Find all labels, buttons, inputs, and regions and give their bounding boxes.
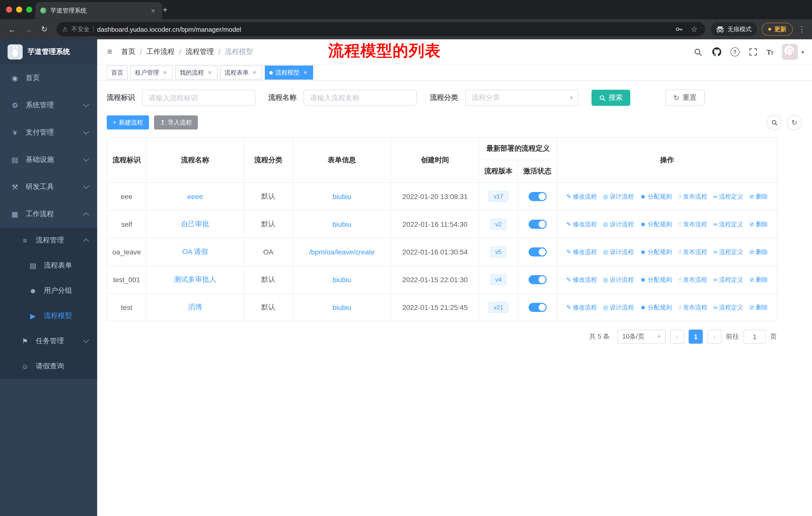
publish-process-link[interactable]: ☝发布流程	[678, 276, 707, 284]
prev-page-button[interactable]: ‹	[670, 330, 684, 344]
form-info-link[interactable]: biubiu	[332, 303, 351, 311]
tag-close-icon[interactable]: ×	[206, 69, 213, 76]
next-page-button[interactable]: ›	[707, 330, 721, 344]
sidebar-item-infrastructure[interactable]: ▤ 基础设施	[0, 146, 97, 173]
form-info-link[interactable]: /bpm/oa/leave/create	[309, 248, 375, 256]
tag-close-icon[interactable]: ×	[162, 69, 168, 76]
assign-rule-link[interactable]: ☻分配规则	[640, 248, 672, 256]
edit-process-link[interactable]: ✎修改流程	[566, 192, 597, 201]
process-name-link[interactable]: 测试多审批人	[174, 275, 216, 283]
create-process-button[interactable]: + 新建流程	[107, 115, 149, 130]
search-icon[interactable]	[693, 47, 703, 57]
tag-close-icon[interactable]: ×	[251, 69, 258, 76]
process-definition-link[interactable]: ∞流程定义	[713, 276, 743, 284]
edit-process-link[interactable]: ✎修改流程	[566, 276, 597, 284]
tag-close-icon[interactable]: ×	[302, 69, 309, 76]
process-name-link[interactable]: 自己审批	[181, 220, 209, 228]
reload-icon[interactable]: ↻	[37, 22, 51, 36]
process-name-link[interactable]: 滔博	[188, 303, 202, 311]
form-info-link[interactable]: biubiu	[332, 220, 351, 228]
password-key-icon[interactable]	[674, 24, 684, 34]
active-toggle[interactable]	[528, 247, 547, 256]
sidebar-item-devtools[interactable]: ⚒ 研发工具	[0, 173, 97, 200]
design-process-link[interactable]: ◎设计流程	[603, 248, 634, 256]
sidebar-item-process-model[interactable]: ▶ 流程模型	[0, 303, 97, 329]
close-window-button[interactable]	[6, 6, 12, 12]
process-key-input[interactable]	[142, 90, 255, 106]
goto-page-input[interactable]	[744, 330, 766, 344]
delete-link[interactable]: ⊘删除	[749, 220, 768, 229]
sidebar-item-task-management[interactable]: ⚑ 任务管理	[0, 329, 97, 354]
breadcrumb-item[interactable]: 工作流程	[146, 47, 175, 56]
breadcrumb-item[interactable]: 流程管理	[185, 47, 214, 56]
maximize-window-button[interactable]	[26, 6, 32, 12]
new-tab-button[interactable]: +	[159, 4, 171, 16]
delete-link[interactable]: ⊘删除	[749, 303, 768, 312]
process-name-link[interactable]: eeee	[187, 192, 203, 200]
process-name-link[interactable]: OA 请假	[182, 247, 208, 255]
browser-update-button[interactable]: 更新	[762, 23, 793, 36]
forward-icon[interactable]: →	[21, 22, 35, 36]
import-process-button[interactable]: ↥ 导入流程	[154, 115, 198, 130]
tag-home[interactable]: 首页	[107, 65, 128, 80]
active-toggle[interactable]	[528, 275, 547, 284]
edit-process-link[interactable]: ✎修改流程	[566, 220, 597, 229]
address-bar[interactable]: ⚠ 不安全 dashboard.yudao.iocoder.cn/bpm/man…	[56, 22, 705, 36]
reset-button[interactable]: ↻ 重置	[666, 90, 704, 106]
tag-my-process[interactable]: 我的流程 ×	[175, 65, 218, 80]
fullscreen-icon[interactable]	[748, 47, 758, 57]
tag-tenant[interactable]: 租户管理 ×	[130, 65, 173, 80]
process-category-select[interactable]: 流程分类 ▾	[465, 90, 578, 106]
browser-menu-icon[interactable]: ⋮	[797, 25, 807, 34]
design-process-link[interactable]: ◎设计流程	[603, 192, 634, 201]
toggle-search-button[interactable]	[767, 115, 782, 130]
design-process-link[interactable]: ◎设计流程	[603, 303, 634, 312]
font-size-icon[interactable]: TT	[766, 48, 773, 56]
breadcrumb-item[interactable]: 首页	[121, 47, 136, 56]
avatar[interactable]	[782, 44, 798, 60]
form-info-link[interactable]: biubiu	[332, 192, 351, 200]
process-definition-link[interactable]: ∞流程定义	[713, 248, 743, 256]
sidebar-item-home[interactable]: ◉ 首页	[0, 64, 97, 92]
design-process-link[interactable]: ◎设计流程	[603, 276, 634, 284]
minimize-window-button[interactable]	[16, 6, 22, 12]
active-toggle[interactable]	[528, 303, 547, 312]
url-text[interactable]: dashboard.yudao.iocoder.cn/bpm/manager/m…	[97, 25, 671, 33]
bookmark-star-icon[interactable]: ☆	[689, 24, 699, 34]
design-process-link[interactable]: ◎设计流程	[603, 220, 634, 229]
process-name-input[interactable]	[303, 90, 417, 106]
assign-rule-link[interactable]: ☻分配规则	[640, 220, 672, 229]
page-size-select[interactable]: 10条/页 ▾	[617, 330, 666, 344]
publish-process-link[interactable]: ☝发布流程	[678, 192, 707, 201]
publish-process-link[interactable]: ☝发布流程	[678, 303, 707, 312]
assign-rule-link[interactable]: ☻分配规则	[640, 303, 672, 312]
refresh-table-button[interactable]: ↻	[787, 115, 802, 130]
delete-link[interactable]: ⊘删除	[749, 276, 768, 284]
form-info-link[interactable]: biubiu	[332, 276, 351, 284]
sidebar-item-user-group[interactable]: ☻ 用户分组	[0, 278, 97, 303]
browser-tab[interactable]: 芋道管理系统 ×	[35, 2, 162, 19]
back-icon[interactable]: ←	[5, 22, 19, 36]
publish-process-link[interactable]: ☝发布流程	[678, 220, 707, 229]
publish-process-link[interactable]: ☝发布流程	[678, 248, 707, 256]
avatar-caret-icon[interactable]: ▾	[802, 49, 804, 55]
tab-close-icon[interactable]: ×	[149, 6, 157, 15]
github-icon[interactable]	[712, 47, 722, 57]
edit-process-link[interactable]: ✎修改流程	[566, 303, 597, 312]
assign-rule-link[interactable]: ☻分配规则	[640, 192, 672, 201]
process-definition-link[interactable]: ∞流程定义	[713, 192, 743, 201]
assign-rule-link[interactable]: ☻分配规则	[640, 276, 672, 284]
tag-process-form[interactable]: 流程表单 ×	[220, 65, 262, 80]
delete-link[interactable]: ⊘删除	[749, 248, 768, 256]
sidebar-item-process-management[interactable]: ≡ 流程管理	[0, 228, 97, 253]
process-definition-link[interactable]: ∞流程定义	[713, 303, 743, 312]
page-number-button[interactable]: 1	[689, 330, 703, 344]
sidebar-item-system[interactable]: ⚙ 系统管理	[0, 92, 97, 119]
sidebar-logo[interactable]: 芋道管理系统	[0, 39, 97, 64]
sidebar-item-workflow[interactable]: ▦ 工作流程	[0, 200, 97, 228]
help-icon[interactable]: ?	[730, 47, 739, 56]
delete-link[interactable]: ⊘删除	[749, 192, 768, 201]
active-toggle[interactable]	[528, 220, 547, 229]
sidebar-item-leave-query[interactable]: ☺ 请假查询	[0, 354, 97, 379]
search-button[interactable]: 搜索	[591, 90, 630, 106]
